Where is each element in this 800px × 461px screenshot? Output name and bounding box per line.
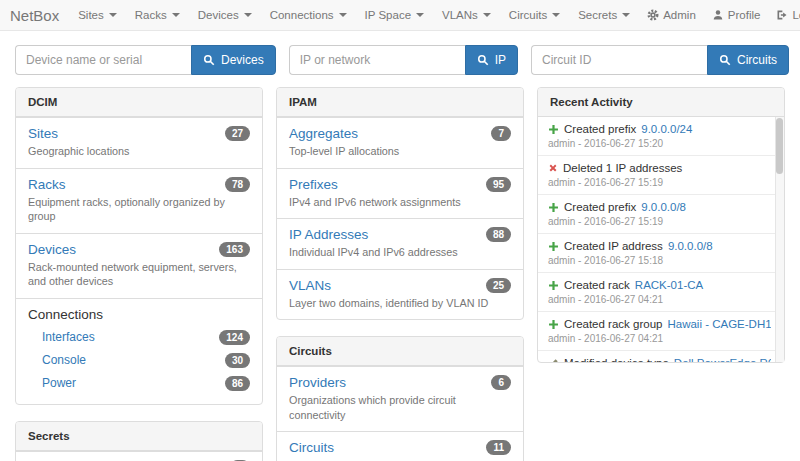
navbar: NetBox SitesRacksDevicesConnectionsIP Sp…	[0, 0, 800, 31]
chevron-down-icon	[244, 13, 252, 17]
link-aggregates[interactable]: Aggregates	[289, 126, 358, 141]
nav-right: AdminProfileLog out	[639, 0, 800, 31]
nav-menu-racks[interactable]: Racks	[126, 0, 189, 31]
list-item: Devices163Rack-mounted network equipment…	[16, 233, 262, 298]
chevron-down-icon	[416, 13, 424, 17]
chevron-down-icon	[172, 13, 180, 17]
nav-profile-link[interactable]: Profile	[704, 0, 769, 31]
activity-item: Modified device typeDell PowerEdge R630a…	[538, 351, 775, 362]
list-item-group: ConnectionsInterfaces124Console30Power86	[16, 298, 262, 404]
activity-object-link[interactable]: 9.0.0.0/24	[641, 123, 692, 135]
nav-menu-label: Connections	[270, 9, 334, 21]
activity-body: Created prefix9.0.0.0/24admin - 2016-06-…	[538, 117, 784, 362]
gear-icon	[647, 9, 659, 21]
nav-menu-secrets[interactable]: Secrets	[569, 0, 639, 31]
ip-search-button[interactable]: IP	[465, 45, 518, 75]
item-description: Equipment racks, optionally organized by…	[28, 195, 250, 224]
link-devices[interactable]: Devices	[28, 242, 76, 257]
nav-menu-ip-space[interactable]: IP Space	[356, 0, 433, 31]
link-power[interactable]: Power	[42, 376, 76, 390]
activity-meta: admin - 2016-06-27 15:19	[548, 216, 771, 227]
plus-icon	[548, 202, 559, 213]
list-item: Aggregates7Top-level IP allocations	[277, 117, 523, 168]
scrollbar-thumb[interactable]	[776, 118, 783, 174]
activity-text: Deleted 1 IP addresses	[563, 162, 682, 174]
user-icon	[712, 9, 724, 21]
activity-meta: admin - 2016-06-27 15:20	[548, 138, 771, 149]
item-description: Top-level IP allocations	[289, 144, 511, 159]
ip-search-input[interactable]	[289, 45, 465, 75]
plus-icon	[548, 319, 559, 330]
nav-menus: SitesRacksDevicesConnectionsIP SpaceVLAN…	[69, 0, 639, 31]
nav-menu-label: Secrets	[578, 9, 617, 21]
chevron-down-icon	[622, 13, 630, 17]
nav-menu-sites[interactable]: Sites	[69, 0, 126, 31]
nav-link-label: Admin	[663, 9, 696, 21]
chevron-down-icon	[483, 13, 491, 17]
link-sites[interactable]: Sites	[28, 126, 58, 141]
activity-object-link[interactable]: Hawaii - CAGE-DH1-01	[667, 318, 771, 330]
list-item: Sites27Geographic locations	[16, 117, 262, 168]
device-search-input[interactable]	[15, 45, 191, 75]
chevron-down-icon	[339, 13, 347, 17]
activity-text: Created IP address	[564, 240, 663, 252]
nav-menu-label: Sites	[78, 9, 104, 21]
activity-object-link[interactable]: 9.0.0.0/8	[641, 201, 686, 213]
activity-object-link[interactable]: RACK-01-CA	[635, 279, 703, 291]
nav-menu-vlans[interactable]: VLANs	[433, 0, 500, 31]
link-circuits[interactable]: Circuits	[289, 440, 334, 455]
nav-menu-circuits[interactable]: Circuits	[500, 0, 569, 31]
search-button-label: IP	[495, 53, 506, 67]
link-ip-addresses[interactable]: IP Addresses	[289, 227, 368, 242]
activity-item: Created prefix9.0.0.0/8admin - 2016-06-2…	[538, 195, 775, 234]
nav-log-out-link[interactable]: Log out	[768, 0, 800, 31]
count-badge: 163	[219, 242, 250, 257]
nav-menu-label: IP Space	[365, 9, 411, 21]
ipam-panel: IPAMAggregates7Top-level IP allocationsP…	[276, 87, 524, 320]
nav-admin-link[interactable]: Admin	[639, 0, 704, 31]
activity-item: Created prefix9.0.0.0/24admin - 2016-06-…	[538, 117, 775, 156]
recent-activity-panel: Recent Activity Created prefix9.0.0.0/24…	[537, 87, 785, 363]
activity-text: Created rack group	[564, 318, 662, 330]
logout-icon	[776, 9, 788, 21]
link-prefixes[interactable]: Prefixes	[289, 177, 338, 192]
nav-menu-connections[interactable]: Connections	[261, 0, 356, 31]
nav-menu-devices[interactable]: Devices	[189, 0, 261, 31]
dcim-panel-title: DCIM	[16, 88, 262, 117]
dashboard-column-left: DCIMSites27Geographic locationsRacks78Eq…	[15, 87, 263, 461]
circuits-panel-title: Circuits	[277, 337, 523, 366]
pencil-icon	[548, 358, 559, 363]
link-interfaces[interactable]: Interfaces	[42, 330, 95, 344]
dashboard-column-right: Recent Activity Created prefix9.0.0.0/24…	[537, 87, 785, 363]
sub-list-item: Power86	[28, 372, 250, 395]
scrollbar-track	[775, 117, 784, 362]
device-search-button[interactable]: Devices	[191, 45, 276, 75]
nav-menu-label: VLANs	[442, 9, 478, 21]
link-racks[interactable]: Racks	[28, 177, 66, 192]
count-badge: 86	[225, 376, 250, 391]
circuit-search-input[interactable]	[531, 45, 707, 75]
count-badge: 95	[486, 177, 511, 192]
nav-menu-label: Devices	[198, 9, 239, 21]
count-badge: 124	[219, 330, 250, 345]
link-vlans[interactable]: VLANs	[289, 278, 331, 293]
item-description: Individual IPv4 and IPv6 addresses	[289, 245, 511, 260]
activity-object-link[interactable]: Dell PowerEdge R630	[674, 357, 771, 362]
activity-text: Created rack	[564, 279, 630, 291]
count-badge: 88	[486, 227, 511, 242]
list-item: Circuits11Communication links for Intern…	[277, 431, 523, 461]
activity-object-link[interactable]: 9.0.0.0/8	[668, 240, 713, 252]
link-console[interactable]: Console	[42, 353, 86, 367]
link-providers[interactable]: Providers	[289, 375, 346, 390]
secrets-panel-title: Secrets	[16, 422, 262, 451]
netbox-logo[interactable]: NetBox	[10, 7, 59, 24]
sub-list-item: Console30	[28, 349, 250, 372]
search-icon	[719, 54, 731, 66]
count-badge: 30	[225, 353, 250, 368]
circuit-search-button[interactable]: Circuits	[707, 45, 789, 75]
activity-text: Modified device type	[564, 357, 669, 362]
search-icon	[203, 54, 215, 66]
count-badge: 27	[225, 126, 250, 141]
item-description: Rack-mounted network equipment, servers,…	[28, 260, 250, 289]
activity-meta: admin - 2016-06-27 04:21	[548, 333, 771, 344]
